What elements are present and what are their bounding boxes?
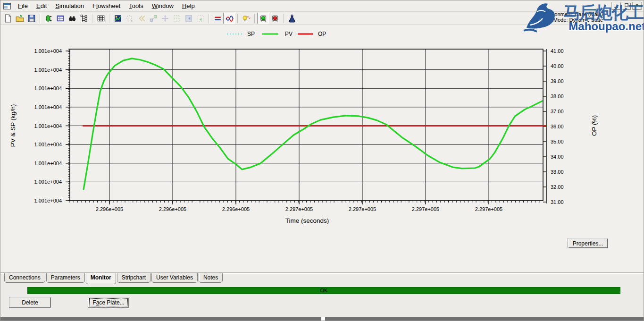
stripchart-plot: SPPVOP1.001e+0041.001e+0041.001e+0041.00… bbox=[0, 25, 644, 229]
environment-status: Environment: Case (Main) Mode: Dynamic S… bbox=[543, 11, 603, 23]
crossed-lines-icon[interactable] bbox=[223, 13, 235, 24]
new-file-icon[interactable] bbox=[2, 13, 14, 24]
menu-file[interactable]: File bbox=[14, 1, 32, 11]
minimize-button[interactable]: ▁ bbox=[611, 2, 621, 10]
dashed-page-icon bbox=[194, 13, 206, 24]
y-right-axis-title: OP (%) bbox=[591, 115, 598, 136]
legend-op-label: OP bbox=[318, 31, 326, 37]
legend-pv-label: PV bbox=[285, 31, 293, 37]
menu-edit[interactable]: Edit bbox=[32, 1, 51, 11]
restore-button[interactable]: ❐ bbox=[622, 2, 631, 10]
delete-button[interactable]: Delete bbox=[9, 297, 51, 308]
x-axis-title: Time (seconds) bbox=[285, 217, 329, 224]
flask-icon[interactable] bbox=[286, 13, 298, 24]
y-right-tick-label: 39.00 bbox=[551, 78, 564, 84]
tab-stripchart[interactable]: Stripchart bbox=[117, 273, 151, 283]
y-right-tick-label: 32.00 bbox=[551, 184, 564, 190]
red-light-icon[interactable] bbox=[269, 13, 281, 24]
menu-window[interactable]: Window bbox=[148, 1, 178, 11]
legend-sp-label: SP bbox=[247, 31, 255, 37]
blue-grid-icon bbox=[183, 13, 194, 24]
y-left-tick-label: 1.001e+004 bbox=[34, 104, 62, 110]
tab-parameters[interactable]: Parameters bbox=[46, 273, 85, 283]
menu-simulation[interactable]: Simulation bbox=[51, 1, 88, 11]
green-valve-icon[interactable] bbox=[42, 13, 54, 24]
app-window-icon bbox=[3, 3, 11, 9]
toolbar-separator bbox=[109, 14, 109, 23]
y-left-axis-title: PV & SP (kg/h) bbox=[9, 104, 17, 147]
linked-squares-icon bbox=[147, 13, 159, 24]
x-tick-label: 2.296e+005 bbox=[222, 206, 250, 212]
y-right-tick-label: 34.00 bbox=[551, 154, 564, 160]
window-controls: ▁❐✕ bbox=[611, 2, 642, 10]
stripchart-view: SPPVOP1.001e+0041.001e+0041.001e+0041.00… bbox=[0, 25, 644, 272]
pfd-chart-icon[interactable] bbox=[112, 13, 124, 24]
y-left-tick-label: 1.001e+004 bbox=[34, 179, 62, 185]
y-left-tick-label: 1.001e+004 bbox=[34, 85, 62, 91]
double-chevron-icon bbox=[135, 13, 147, 24]
x-tick-label: 2.297e+005 bbox=[349, 206, 376, 212]
y-right-tick-label: 33.00 bbox=[551, 169, 564, 175]
toolbar-separator bbox=[254, 14, 255, 23]
tab-notes[interactable]: Notes bbox=[199, 273, 223, 283]
y-right-tick-label: 31.00 bbox=[551, 199, 564, 205]
toolbar-separator bbox=[92, 14, 92, 23]
mode-label: Mode: Dynamic State bbox=[543, 17, 603, 23]
y-left-tick-label: 1.001e+004 bbox=[34, 142, 62, 147]
properties-button[interactable]: Properties... bbox=[568, 238, 608, 248]
y-right-tick-label: 37.00 bbox=[551, 109, 564, 114]
tab-user-variables[interactable]: User Variables bbox=[151, 273, 198, 283]
toolbar-separator bbox=[283, 14, 284, 23]
toolbar-separator bbox=[209, 14, 209, 23]
navigator-tree-icon[interactable] bbox=[78, 13, 90, 24]
open-folder-icon[interactable] bbox=[14, 13, 25, 24]
menu-bar: FileEditSimulationFlowsheetToolsWindowHe… bbox=[0, 0, 644, 12]
x-tick-label: 2.296e+005 bbox=[159, 206, 186, 212]
binoculars-icon[interactable] bbox=[66, 13, 78, 24]
x-tick-label: 2.297e+005 bbox=[412, 206, 439, 212]
y-right-tick-label: 36.00 bbox=[551, 124, 564, 129]
grid-icon[interactable] bbox=[95, 13, 107, 24]
y-left-tick-label: 1.001e+004 bbox=[34, 67, 62, 73]
green-light-icon[interactable] bbox=[257, 13, 269, 24]
parallel-lines-icon[interactable] bbox=[211, 13, 223, 24]
dashed-circle-icon bbox=[124, 13, 135, 24]
environment-label: Environment: Case (Main) bbox=[543, 11, 603, 17]
plot-area bbox=[70, 49, 543, 201]
y-left-tick-label: 1.001e+004 bbox=[34, 160, 62, 166]
y-right-tick-label: 38.00 bbox=[551, 93, 564, 99]
splitter-notch[interactable] bbox=[321, 317, 325, 321]
menu-flowsheet[interactable]: Flowsheet bbox=[88, 1, 125, 11]
dashed-grid-icon bbox=[171, 13, 183, 24]
toolbar-separator bbox=[237, 14, 238, 23]
y-right-tick-label: 41.00 bbox=[551, 48, 564, 54]
y-right-tick-label: 40.00 bbox=[551, 63, 564, 69]
x-tick-label: 2.297e+005 bbox=[475, 206, 502, 212]
y-left-tick-label: 1.001e+004 bbox=[34, 198, 62, 203]
y-right-tick-label: 35.00 bbox=[551, 139, 564, 144]
status-bar: OK bbox=[27, 287, 620, 294]
status-ok-text: OK bbox=[320, 287, 328, 293]
lightbulb-chart-icon[interactable] bbox=[240, 13, 252, 24]
x-tick-label: 2.296e+005 bbox=[96, 206, 123, 212]
tab-connections[interactable]: Connections bbox=[4, 273, 45, 283]
menu-tools[interactable]: Tools bbox=[125, 1, 147, 11]
toolbar-separator bbox=[40, 14, 40, 23]
y-left-tick-label: 1.001e+004 bbox=[34, 123, 62, 129]
save-icon[interactable] bbox=[25, 13, 37, 24]
tab-bar: ConnectionsParametersMonitorStripchartUs… bbox=[4, 273, 224, 285]
workbook-window-icon[interactable] bbox=[54, 13, 66, 24]
close-button[interactable]: ✕ bbox=[632, 2, 642, 10]
y-left-tick-label: 1.001e+004 bbox=[34, 48, 62, 54]
bottom-splitter[interactable] bbox=[0, 317, 644, 321]
menu-items: FileEditSimulationFlowsheetToolsWindowHe… bbox=[14, 1, 199, 11]
cross-arrows-icon bbox=[159, 13, 171, 24]
x-tick-label: 2.297e+005 bbox=[285, 206, 313, 212]
tab-monitor[interactable]: Monitor bbox=[86, 273, 116, 284]
menu-help[interactable]: Help bbox=[178, 1, 199, 11]
hysys-window: { "menu": { "items": [ {"label":"File","… bbox=[0, 0, 644, 321]
face-plate-button[interactable]: Face Plate... bbox=[88, 297, 129, 308]
